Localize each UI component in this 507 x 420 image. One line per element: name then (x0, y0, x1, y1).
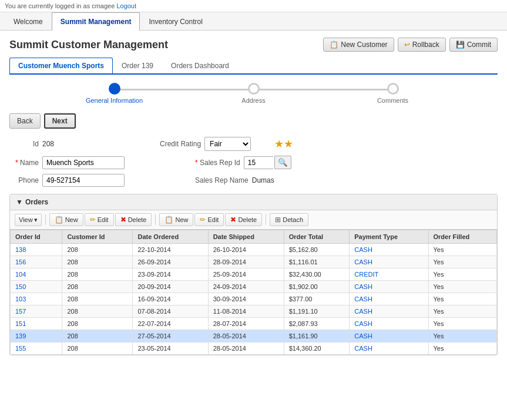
cell-payment_type[interactable]: CASH (350, 293, 428, 305)
collapse-icon[interactable]: ▼ (16, 198, 23, 206)
cell-order_total: $1,161.90 (284, 330, 350, 342)
orders-new-button-2[interactable]: 📋 New (159, 213, 193, 226)
edit-label-1: Edit (98, 216, 109, 223)
cell-order_id[interactable]: 156 (11, 256, 62, 268)
table-row[interactable]: 13820822-10-201426-10-2014$5,162.80CASHY… (11, 244, 497, 256)
cell-payment_type[interactable]: CASH (350, 305, 428, 318)
cell-order_id[interactable]: 103 (11, 293, 62, 305)
next-button[interactable]: Next (44, 113, 76, 129)
login-text: You are currently logged in as cmagee (5, 2, 115, 9)
name-field-group: Name (9, 156, 125, 169)
edit-icon-2: ✏ (200, 216, 206, 224)
logout-link[interactable]: Logout (116, 2, 136, 9)
cell-order_id[interactable]: 104 (11, 268, 62, 281)
table-row[interactable]: 13920827-05-201428-05-2014$1,161.90CASHY… (11, 330, 497, 342)
tab-inventory-control[interactable]: Inventory Control (140, 12, 211, 31)
table-row[interactable]: 10420823-09-201425-09-2014$32,430.00CRED… (11, 268, 497, 281)
cell-date_shipped: 30-09-2014 (208, 293, 284, 305)
new-customer-icon: 📋 (330, 41, 338, 49)
cell-order_total: $1,116.01 (284, 256, 350, 268)
cell-payment_type[interactable]: CREDIT (350, 268, 428, 281)
new-customer-label: New Customer (341, 41, 387, 49)
orders-delete-button-2[interactable]: ✖ Delete (225, 213, 262, 226)
tab-summit-management[interactable]: Summit Management (52, 12, 140, 31)
cell-order_filled: Yes (428, 281, 497, 293)
tab-welcome[interactable]: Welcome (5, 12, 52, 31)
sales-rep-name-label: Sales Rep Name (195, 176, 249, 184)
cell-order_id[interactable]: 138 (11, 244, 62, 256)
tab-customer-muench[interactable]: Customer Muench Sports (9, 58, 113, 73)
orders-edit-button-1[interactable]: ✏ Edit (85, 213, 114, 226)
cell-order_filled: Yes (428, 256, 497, 268)
tab-order-139[interactable]: Order 139 (113, 58, 162, 73)
sales-rep-search-button[interactable]: 🔍 (274, 156, 291, 169)
delete-icon-1: ✖ (120, 216, 126, 224)
col-order-filled: Order Filled (428, 230, 497, 244)
credit-rating-group: Credit Rating Fair Excellent Good Poor (160, 137, 251, 151)
cell-payment_type[interactable]: CASH (350, 342, 428, 355)
cell-order_id[interactable]: 151 (11, 318, 62, 330)
cell-date_shipped: 28-09-2014 (208, 256, 284, 268)
table-row[interactable]: 15020820-09-201424-09-2014$1,902.00CASHY… (11, 281, 497, 293)
table-row[interactable]: 10320816-09-201430-09-2014$377.00CASHYes (11, 293, 497, 305)
back-button[interactable]: Back (9, 113, 41, 129)
id-field-group: Id 208 (9, 140, 54, 148)
cell-customer_id: 208 (62, 268, 133, 281)
cell-order_id[interactable]: 150 (11, 281, 62, 293)
separator-2 (155, 214, 156, 225)
table-row[interactable]: 15120822-07-201428-07-2014$2,087.93CASHY… (11, 318, 497, 330)
col-date-ordered: Date Ordered (133, 230, 208, 244)
sales-rep-id-input[interactable] (244, 156, 273, 169)
cell-payment_type[interactable]: CASH (350, 244, 428, 256)
cell-date_shipped: 25-09-2014 (208, 268, 284, 281)
cell-payment_type[interactable]: CASH (350, 281, 428, 293)
cell-date_shipped: 24-09-2014 (208, 281, 284, 293)
tab-orders-dashboard[interactable]: Orders Dashboard (162, 58, 238, 73)
sub-tabs: Customer Muench Sports Order 139 Orders … (9, 58, 498, 75)
table-row[interactable]: 15720807-08-201411-08-2014$1,191.10CASHY… (11, 305, 497, 318)
phone-label: Phone (9, 176, 39, 184)
name-input[interactable] (42, 156, 125, 169)
cell-payment_type[interactable]: CASH (350, 256, 428, 268)
cell-date_shipped: 11-08-2014 (208, 305, 284, 318)
table-row[interactable]: 15620826-09-201428-09-2014$1,116.01CASHY… (11, 256, 497, 268)
credit-rating-select[interactable]: Fair Excellent Good Poor (204, 137, 251, 151)
action-buttons: Back Next (9, 113, 498, 129)
detach-label: Detach (283, 216, 303, 223)
rollback-icon: ↩ (404, 41, 410, 49)
view-button[interactable]: View ▾ (15, 214, 42, 226)
main-nav-tabs: Welcome Summit Management Inventory Cont… (0, 12, 507, 31)
orders-new-button-1[interactable]: 📋 New (49, 213, 83, 226)
sales-rep-name-group: Sales Rep Name Dumas (195, 176, 274, 184)
page-title: Summit Customer Management (9, 39, 168, 51)
col-order-id: Order Id (11, 230, 62, 244)
orders-detach-button[interactable]: ⊞ Detach (270, 213, 308, 226)
new-customer-button[interactable]: 📋 New Customer (323, 38, 394, 52)
progress-steps: General Information Address Comments (9, 83, 498, 104)
cell-order_id[interactable]: 157 (11, 305, 62, 318)
orders-section: ▼ Orders View ▾ 📋 New ✏ Edit ✖ Delete (9, 194, 498, 355)
cell-customer_id: 208 (62, 305, 133, 318)
rollback-label: Rollback (412, 41, 439, 49)
cell-order_filled: Yes (428, 330, 497, 342)
commit-button[interactable]: 💾 Commit (449, 38, 498, 52)
phone-input[interactable] (42, 174, 125, 187)
cell-order_id[interactable]: 139 (11, 330, 62, 342)
cell-payment_type[interactable]: CASH (350, 318, 428, 330)
detach-icon: ⊞ (275, 216, 281, 224)
rollback-button[interactable]: ↩ Rollback (398, 38, 446, 52)
cell-order_total: $5,162.80 (284, 244, 350, 256)
orders-delete-button-1[interactable]: ✖ Delete (115, 213, 152, 226)
orders-edit-button-2[interactable]: ✏ Edit (194, 213, 224, 226)
cell-order_total: $1,191.10 (284, 305, 350, 318)
cell-order_filled: Yes (428, 293, 497, 305)
cell-order_total: $32,430.00 (284, 268, 350, 281)
cell-customer_id: 208 (62, 293, 133, 305)
cell-order_filled: Yes (428, 244, 497, 256)
cell-date_ordered: 22-07-2014 (133, 318, 208, 330)
cell-payment_type[interactable]: CASH (350, 330, 428, 342)
orders-header: ▼ Orders (10, 194, 497, 210)
cell-order_id[interactable]: 155 (11, 342, 62, 355)
table-row[interactable]: 15520823-05-201428-05-2014$14,360.20CASH… (11, 342, 497, 355)
col-payment-type: Payment Type (350, 230, 428, 244)
